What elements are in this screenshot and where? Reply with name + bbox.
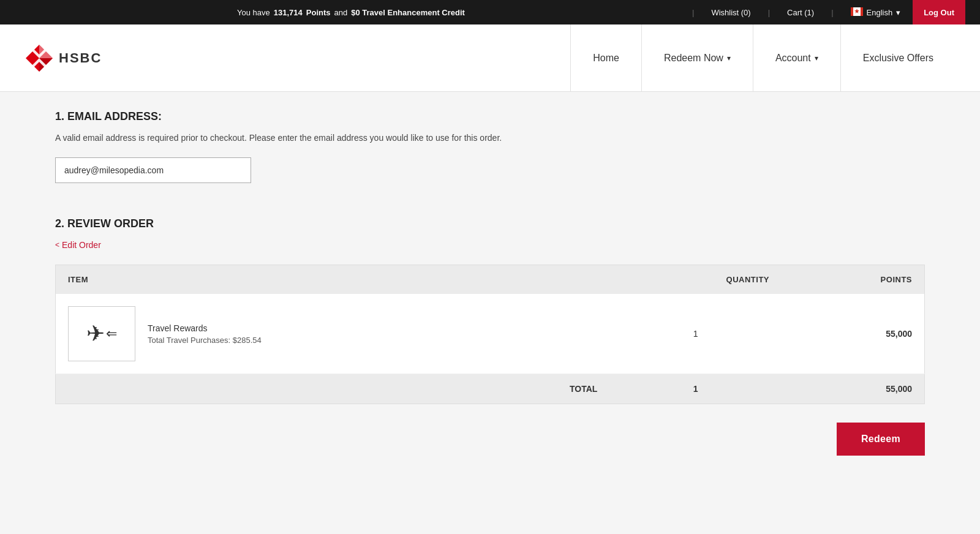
svg-rect-4 — [851, 7, 853, 16]
redeem-container: Redeem — [55, 423, 925, 456]
col-item: ITEM — [56, 265, 610, 295]
svg-rect-5 — [861, 7, 863, 16]
col-points: POINTS — [782, 265, 924, 295]
email-section: 1. EMAIL ADDRESS: A valid email address … — [55, 110, 925, 205]
total-points: 55,000 — [782, 374, 924, 404]
points-label: Points — [306, 8, 331, 17]
review-order-title: 2. REVIEW ORDER — [55, 217, 925, 230]
language-label: English — [867, 8, 893, 17]
quantity-cell: 1 — [609, 294, 782, 374]
order-table: ITEM QUANTITY POINTS ✈ ⇐ — [55, 265, 925, 404]
table-row: ✈ ⇐ Travel Rewards Total Travel Purchase… — [56, 294, 925, 374]
edit-order-link[interactable]: < Edit Order — [55, 240, 925, 250]
language-selector[interactable]: English ▾ — [851, 7, 901, 18]
points-value: 131,714 — [274, 8, 303, 17]
edit-order-chevron-icon: < — [55, 241, 59, 249]
email-section-desc: A valid email address is required prior … — [55, 133, 925, 143]
hsbc-diamond-icon — [24, 43, 54, 73]
flag-icon — [851, 7, 863, 18]
and-text: and — [334, 8, 348, 17]
account-chevron-icon: ▾ — [815, 54, 818, 62]
item-cell: ✈ ⇐ Travel Rewards Total Travel Purchase… — [56, 294, 610, 374]
credit-value: $0 Travel Enhancement Credit — [351, 8, 465, 17]
email-field[interactable] — [55, 157, 251, 183]
nav-account[interactable]: Account ▾ — [753, 24, 840, 91]
email-section-title: 1. EMAIL ADDRESS: — [55, 110, 925, 123]
top-bar: You have 131,714 Points and $0 Travel En… — [0, 0, 980, 24]
hsbc-text: HSBC — [59, 50, 102, 66]
total-quantity: 1 — [609, 374, 782, 404]
nav-links: Home Redeem Now ▾ Account ▾ Exclusive Of… — [570, 24, 956, 91]
table-header-row: ITEM QUANTITY POINTS — [56, 265, 925, 295]
points-prefix: You have — [237, 8, 270, 17]
nav-bar: HSBC Home Redeem Now ▾ Account ▾ Exclusi… — [0, 24, 980, 92]
nav-home[interactable]: Home — [570, 24, 641, 91]
divider3: | — [831, 8, 833, 17]
nav-redeem[interactable]: Redeem Now ▾ — [641, 24, 753, 91]
wishlist-link[interactable]: Wishlist (0) — [711, 8, 750, 17]
item-details: Travel Rewards Total Travel Purchases: $… — [148, 323, 262, 345]
language-chevron: ▾ — [896, 8, 900, 17]
top-bar-right: | Wishlist (0) | Cart (1) | — [687, 0, 965, 24]
divider1: | — [692, 8, 694, 17]
col-quantity: QUANTITY — [609, 265, 782, 295]
logout-button[interactable]: Log Out — [913, 0, 965, 24]
cart-link[interactable]: Cart (1) — [787, 8, 814, 17]
total-label: TOTAL — [56, 374, 610, 404]
main-content: 1. EMAIL ADDRESS: A valid email address … — [31, 92, 949, 534]
travel-rewards-icon: ✈ ⇐ — [86, 321, 117, 347]
logo-area: HSBC — [24, 43, 102, 73]
points-cell: 55,000 — [782, 294, 924, 374]
top-bar-center: You have 131,714 Points and $0 Travel En… — [15, 8, 687, 17]
nav-exclusive-offers[interactable]: Exclusive Offers — [840, 24, 956, 91]
item-thumbnail: ✈ ⇐ — [68, 306, 135, 361]
review-order-section: 2. REVIEW ORDER < Edit Order ITEM QUANTI… — [55, 217, 925, 404]
table-footer-row: TOTAL 1 55,000 — [56, 374, 925, 404]
hsbc-logo[interactable]: HSBC — [24, 43, 102, 73]
divider2: | — [768, 8, 770, 17]
redeem-chevron-icon: ▾ — [727, 54, 731, 62]
item-sub: Total Travel Purchases: $285.54 — [148, 336, 262, 345]
item-name: Travel Rewards — [148, 323, 262, 333]
redeem-button[interactable]: Redeem — [837, 423, 925, 456]
